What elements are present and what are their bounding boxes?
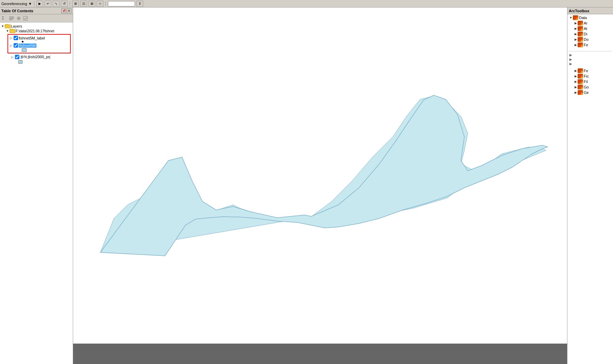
atb-item-di[interactable]: ▶ Di [568,31,612,37]
atb-item-ar[interactable]: ▶ Ar [568,20,612,26]
atb-item-do[interactable]: ▶ Do [568,37,612,42]
atb-do-label: Do [584,37,589,42]
map-landmass [100,95,548,256]
svg-rect-5 [4,19,7,20]
toc-pin-btn[interactable]: 📌 [61,9,66,13]
toc-title: Table Of Contents [1,9,33,13]
fishnet5M-checkbox[interactable] [14,43,18,48]
toc-toolbar [0,14,73,22]
atb-item-fe2[interactable]: ▶ Fe [568,68,612,73]
toolbar-btn-9[interactable]: ⇕ [136,1,143,7]
toc-selection-box: ▷ fishnet5M_label ▷ fishnet5M [7,34,71,53]
svg-rect-11 [23,16,28,20]
toolbar-btn-2[interactable]: ↩ [45,1,51,7]
atb-di-label: Di [584,32,587,36]
legend-dot [22,41,23,43]
atb-at-label: At [584,27,587,31]
coordinate-input[interactable] [108,1,135,6]
toc-layer-fishnet5M[interactable]: ▷ fishnet5M [9,43,69,48]
atb-ge-label: Ge [584,90,589,95]
atb-at-expand[interactable]: ▶ [574,27,578,31]
atb-item-at[interactable]: ▶ At [568,26,612,31]
atb-arrow-3[interactable]: ▶ [568,62,612,66]
toolbar-btn-4[interactable]: ↺ [61,1,68,7]
layers-group-label: Layers [11,24,22,28]
main-layout: Table Of Contents 📌 ✕ ▼ [0,7,613,364]
atb-data-expand[interactable]: ▼ [569,16,573,20]
atb-fil-icon [578,79,583,84]
toolbar-btn-6[interactable]: ⊡ [80,1,87,7]
fishnet5M-expand[interactable]: ▷ [9,44,13,48]
atb-fe2-expand[interactable]: ▶ [574,69,578,73]
atb-fe1-label: Fe [584,43,588,47]
arctoolbox-title: ArcToolbox [569,9,589,13]
atb-fe1-expand[interactable]: ▶ [574,43,578,47]
legend-rect-fishnet5M [22,48,27,52]
toc-panel: Table Of Contents 📌 ✕ ▼ [0,7,73,364]
toc-list-visibility-btn[interactable] [15,15,22,21]
shi2000-legend [1,60,72,64]
atb-fe2-icon [578,68,583,73]
atb-item-fic[interactable]: ▶ Fic [568,73,612,79]
layers-expand-icon[interactable]: ▼ [1,24,5,28]
fishnet5M-label-checkbox[interactable] [14,36,18,40]
svg-rect-2 [2,19,4,20]
atb-item-fil[interactable]: ▶ Fil [568,79,612,84]
atb-data-label: Data [579,16,587,20]
toolbar-btn-1[interactable]: ▶ [36,1,43,7]
atb-arrow-1[interactable]: ▶ [568,53,612,57]
svg-rect-7 [9,18,14,19]
svg-point-10 [18,18,19,19]
layers-folder-icon [5,24,10,28]
atb-item-go[interactable]: ▶ Go [568,84,612,90]
atb-fic-label: Fic [584,74,589,78]
fishnet5M-label-legend [9,40,69,43]
fishnet5M-label-selected: fishnet5M [19,44,36,48]
georeferencing-label[interactable]: Georeferencing ▼ [1,2,32,6]
dataframe-expand-icon[interactable]: ▼ [5,29,10,33]
fishnet5M-legend [9,48,69,52]
shi2000-expand[interactable]: ▷ [10,55,14,59]
atb-ge-expand[interactable]: ▶ [574,90,578,95]
atb-item-fe1[interactable]: ▶ Fe [568,42,612,48]
atb-go-expand[interactable]: ▶ [574,85,578,89]
toolbar-btn-3[interactable]: ⤣ [53,1,60,7]
svg-rect-8 [9,19,13,20]
atb-ar-label: Ar [584,21,587,25]
atb-fic-expand[interactable]: ▶ [574,74,578,78]
toolbar-btn-8[interactable]: ⊹ [97,1,103,7]
atb-fil-label: Fil [584,80,588,84]
map-svg [73,7,567,364]
toc-list-drawing-btn[interactable] [1,15,8,21]
atb-ar-expand[interactable]: ▶ [574,21,578,25]
fishnet5M-label-expand[interactable]: ▷ [9,36,13,40]
shi2000-label: 乡%乡shi2000_prj [20,54,50,60]
atb-do-icon [578,37,583,42]
arctoolbox-panel: ArcToolbox ▼ Data ▶ Ar ▶ At ▶ Di [567,7,613,364]
toc-data-frame[interactable]: ▼ F:\data\2021.08.17fishnet [1,29,72,33]
toc-layer-fishnet5M-label[interactable]: ▷ fishnet5M_label [9,35,69,40]
atb-item-data[interactable]: ▼ Data [568,15,612,20]
map-area[interactable] [73,7,567,364]
toc-layers-group[interactable]: ▼ Layers [1,24,72,29]
atb-go-label: Go [584,85,589,89]
atb-ge-icon [578,90,583,95]
atb-item-ge[interactable]: ▶ Ge [568,90,612,95]
dataframe-folder-icon [10,29,15,33]
toc-header-controls: 📌 ✕ [61,9,71,13]
toc-list-selection-btn[interactable] [22,15,29,21]
atb-ar-icon [578,21,583,26]
toc-layer-shi2000[interactable]: ▷ 乡%乡shi2000_prj [1,54,72,60]
toc-body: ▼ Layers ▼ F:\data\2021.08.17fishnet ▷ f… [0,22,73,364]
toc-close-btn[interactable]: ✕ [67,9,71,13]
toolbar-btn-7[interactable]: ⊠ [88,1,95,7]
toc-list-source-btn[interactable] [8,15,15,21]
svg-rect-4 [4,18,7,18]
atb-arrow-2[interactable]: ▶ [568,57,612,62]
shi2000-checkbox[interactable] [15,55,19,59]
toolbar-btn-5[interactable]: ⊞ [72,1,79,7]
atb-do-expand[interactable]: ▶ [574,37,578,42]
atb-fic-icon [578,74,583,79]
atb-fil-expand[interactable]: ▶ [574,80,578,84]
atb-di-expand[interactable]: ▶ [574,32,578,36]
